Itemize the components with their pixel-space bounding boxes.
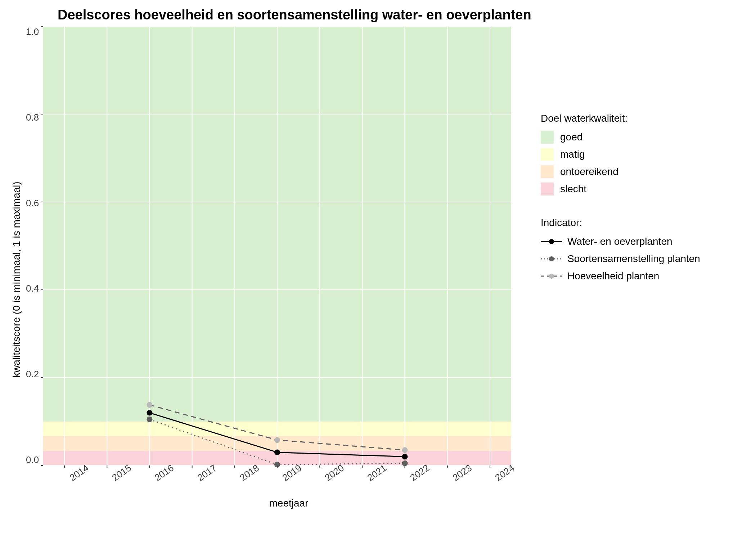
plot-svg — [43, 26, 511, 465]
svg-point-25 — [147, 417, 153, 422]
legend-item-soortensamenstelling: Soortensamenstelling planten — [541, 252, 700, 265]
y-axis-label: kwaliteitscore (0 is minimaal, 1 is maxi… — [7, 26, 26, 533]
legend-label: Water- en oeverplanten — [567, 236, 672, 247]
legend-item-hoeveelheid: Hoeveelheid planten — [541, 270, 700, 283]
swatch-slecht — [541, 183, 554, 195]
chart-container: Deelscores hoeveelheid en soortensamenst… — [7, 7, 749, 533]
swatch-matig — [541, 148, 554, 161]
chart-body: kwaliteitscore (0 is minimaal, 1 is maxi… — [7, 26, 749, 533]
y-tick: 0.6 — [26, 198, 39, 209]
legend-label: Soortensamenstelling planten — [567, 253, 700, 265]
legend-label: ontoereikend — [560, 166, 618, 177]
y-tick: 0.0 — [26, 454, 39, 465]
legend-label: slecht — [560, 183, 586, 195]
line-sample-dashed-icon — [541, 270, 562, 283]
plot-area: 1.0 0.8 0.6 0.4 0.2 0.0 — [26, 26, 523, 465]
svg-point-22 — [147, 410, 153, 416]
line-sample-dotted-icon — [541, 252, 562, 265]
svg-point-53 — [549, 274, 554, 279]
line-sample-solid-icon — [541, 235, 562, 248]
svg-point-51 — [549, 256, 554, 261]
svg-point-24 — [402, 454, 408, 460]
x-ticks: 2014 2015 2016 2017 2018 2019 2020 2021 … — [55, 465, 523, 480]
y-tick: 0.2 — [26, 369, 39, 380]
legend-indicator-title: Indicator: — [541, 217, 700, 229]
legend-item-matig: matig — [541, 148, 700, 161]
svg-point-27 — [402, 460, 408, 466]
legend-label: Hoeveelheid planten — [567, 270, 659, 282]
legend-bands-title: Doel waterkwaliteit: — [541, 113, 700, 124]
swatch-goed — [541, 131, 554, 144]
legend-label: goed — [560, 131, 582, 143]
legend-indicator: Indicator: Water- en oeverplanten Soorte… — [541, 217, 700, 283]
plot-canvas — [43, 26, 511, 465]
plot-wrap: kwaliteitscore (0 is minimaal, 1 is maxi… — [7, 26, 523, 533]
svg-point-49 — [549, 239, 554, 244]
svg-point-23 — [274, 449, 280, 455]
legend-item-slecht: slecht — [541, 183, 700, 195]
plot-column: 1.0 0.8 0.6 0.4 0.2 0.0 2014 2015 2016 — [26, 26, 523, 533]
chart-title: Deelscores hoeveelheid en soortensamenst… — [58, 7, 749, 23]
swatch-ontoereikend — [541, 165, 554, 178]
y-tick: 0.4 — [26, 283, 39, 294]
legend-item-water-oeverplanten: Water- en oeverplanten — [541, 235, 700, 248]
y-ticks: 1.0 0.8 0.6 0.4 0.2 0.0 — [26, 26, 43, 465]
x-axis-label: meetjaar — [55, 498, 523, 509]
y-tick: 0.8 — [26, 112, 39, 123]
svg-point-29 — [274, 437, 280, 443]
legend-item-goed: goed — [541, 131, 700, 144]
legend: Doel waterkwaliteit: goed matig ontoerei… — [523, 26, 700, 533]
y-tick: 1.0 — [26, 26, 39, 37]
legend-item-ontoereikend: ontoereikend — [541, 165, 700, 178]
legend-label: matig — [560, 149, 585, 160]
svg-point-30 — [402, 447, 408, 453]
svg-point-28 — [147, 402, 153, 408]
